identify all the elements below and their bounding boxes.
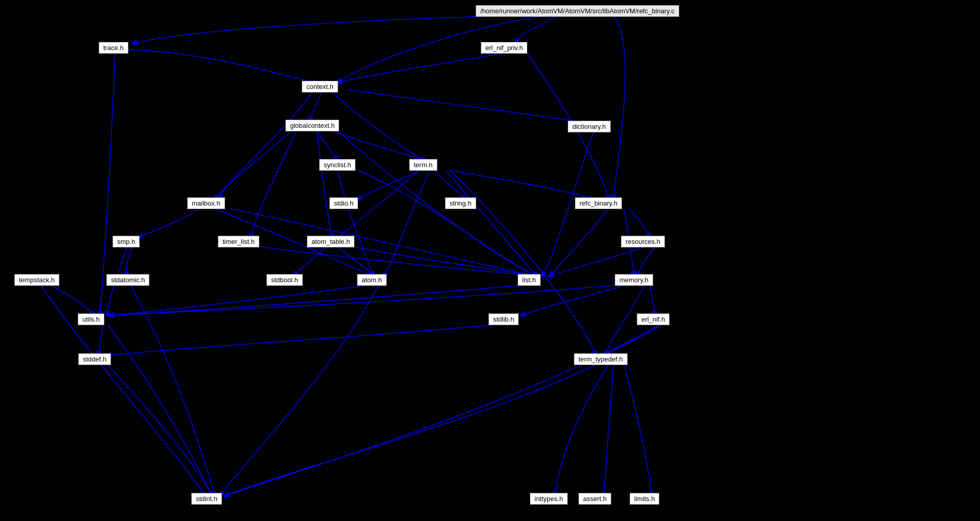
assert-h-node: assert.h <box>578 493 611 505</box>
stdatomic-h-node: stdatomic.h <box>106 274 149 286</box>
resources-h-node: resources.h <box>621 236 665 247</box>
main-file-label: /home/runner/work/AtomVM/AtomVM/src/libA… <box>480 7 675 15</box>
term-h-node: term.h <box>409 159 437 171</box>
globalcontext-h-node: globalcontext.h <box>285 120 339 131</box>
term-typedef-h-node: term_typedef.h <box>574 353 628 365</box>
atom-table-h-label: atom_table.h <box>311 238 350 245</box>
erl-nif-priv-h-node: erl_nif_priv.h <box>481 42 527 54</box>
stdatomic-h-label: stdatomic.h <box>111 276 145 284</box>
list-h-label: list.h <box>522 276 536 284</box>
string-h-node: string.h <box>445 197 476 209</box>
term-h-label: term.h <box>414 161 433 169</box>
assert-h-label: assert.h <box>583 495 607 503</box>
memory-h-node: memory.h <box>615 274 653 286</box>
tempstack-h-label: tempstack.h <box>19 276 55 284</box>
atom-h-label: atom.h <box>362 276 382 284</box>
timer-list-h-node: timer_list.h <box>218 236 259 247</box>
synclist-h-label: synclist.h <box>324 161 351 169</box>
memory-h-label: memory.h <box>619 276 649 284</box>
string-h-label: string.h <box>450 199 472 207</box>
refc-binary-h-label: refc_binary.h <box>580 199 617 207</box>
synclist-h-node: synclist.h <box>319 159 355 171</box>
trace-h-node: trace.h <box>99 42 128 54</box>
term-typedef-h-label: term_typedef.h <box>578 355 623 363</box>
smp-h-node: smp.h <box>113 236 140 247</box>
inttypes-h-node: inttypes.h <box>530 493 568 505</box>
utils-h-node: utils.h <box>78 313 104 325</box>
timer-list-h-label: timer_list.h <box>222 238 255 245</box>
limits-h-node: limits.h <box>630 493 659 505</box>
context-h-node: context.h <box>302 81 338 93</box>
dictionary-h-node: dictionary.h <box>568 121 611 132</box>
context-h-label: context.h <box>306 83 333 90</box>
utils-h-label: utils.h <box>82 315 100 323</box>
atom-table-h-node: atom_table.h <box>307 236 354 247</box>
main-file-node: /home/runner/work/AtomVM/AtomVM/src/libA… <box>476 5 679 17</box>
globalcontext-h-label: globalcontext.h <box>290 122 335 129</box>
trace-h-label: trace.h <box>103 44 124 52</box>
stdbool-h-node: stdbool.h <box>266 274 303 286</box>
stdbool-h-label: stdbool.h <box>271 276 298 284</box>
smp-h-label: smp.h <box>117 238 135 245</box>
stdlib-h-label: stdlib.h <box>493 315 514 323</box>
erl-nif-h-label: erl_nif.h <box>641 315 665 323</box>
inttypes-h-label: inttypes.h <box>534 495 563 503</box>
atom-h-node: atom.h <box>357 274 387 286</box>
refc-binary-h-node: refc_binary.h <box>575 197 622 209</box>
mailbox-h-label: mailbox.h <box>192 199 220 207</box>
dictionary-h-label: dictionary.h <box>572 123 606 130</box>
stddef-h-node: stddef.h <box>78 353 111 365</box>
list-h-node: list.h <box>518 274 541 286</box>
resources-h-label: resources.h <box>626 238 660 245</box>
mailbox-h-node: mailbox.h <box>187 197 225 209</box>
stddef-h-label: stddef.h <box>83 355 106 363</box>
stdlib-h-node: stdlib.h <box>488 313 519 325</box>
stdio-h-node: stdio.h <box>329 197 358 209</box>
tempstack-h-node: tempstack.h <box>14 274 59 286</box>
erl-nif-h-node: erl_nif.h <box>637 313 670 325</box>
stdint-h-label: stdint.h <box>196 495 217 503</box>
erl-nif-priv-h-label: erl_nif_priv.h <box>485 44 523 52</box>
stdio-h-label: stdio.h <box>334 199 353 207</box>
limits-h-label: limits.h <box>634 495 655 503</box>
stdint-h-node: stdint.h <box>191 493 222 505</box>
